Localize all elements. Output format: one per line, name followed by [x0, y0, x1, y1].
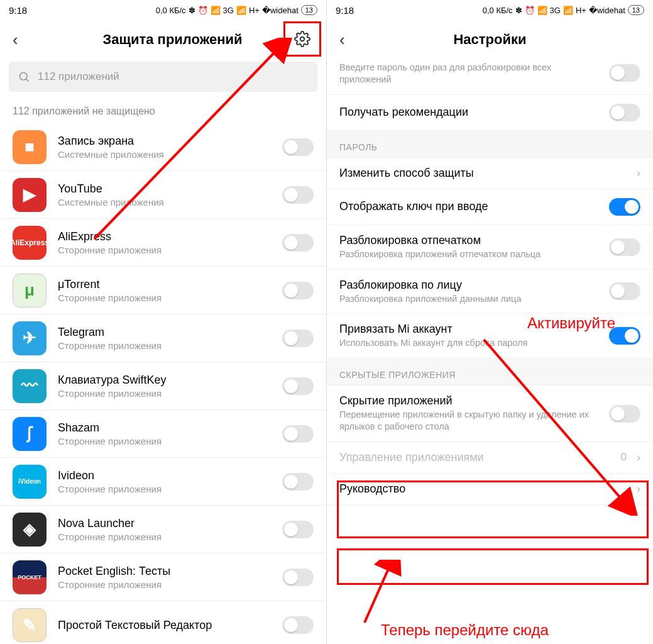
- toggle[interactable]: [609, 282, 640, 300]
- app-icon: ✈: [13, 321, 47, 355]
- back-button[interactable]: ‹: [339, 30, 358, 50]
- signal2-icon: 📶: [236, 6, 246, 15]
- app-info: Простой Текстовый Редактор: [58, 619, 282, 632]
- app-icon: 〰: [13, 369, 47, 403]
- app-row[interactable]: ✈ Telegram Сторонние приложения: [0, 314, 326, 362]
- app-row[interactable]: ▶ YouTube Системные приложения: [0, 171, 326, 219]
- alarm-icon: ⏰: [525, 6, 535, 15]
- battery-icon: 13: [628, 5, 644, 15]
- app-name: μTorrent: [58, 278, 282, 291]
- gear-icon[interactable]: [294, 31, 310, 47]
- dnd-icon: ✽: [189, 6, 195, 15]
- svg-point-1: [19, 72, 27, 80]
- app-name: Клавиатура SwiftKey: [58, 374, 282, 387]
- app-subtitle: Сторонние приложения: [58, 579, 282, 590]
- toggle[interactable]: [609, 405, 640, 423]
- setting-fingerprint[interactable]: Разблокировка отпечатком Разблокировка п…: [327, 225, 653, 270]
- app-subtitle: Сторонние приложения: [58, 245, 282, 255]
- page-title: Защита приложений: [31, 31, 314, 48]
- app-name: Nova Launcher: [58, 517, 282, 530]
- toggle[interactable]: [609, 104, 640, 121]
- setting-face[interactable]: Разблокировка по лицу Разблокировка прил…: [327, 270, 653, 314]
- app-name: Shazam: [58, 421, 282, 435]
- setting-recommendations[interactable]: Получать рекомендации: [327, 95, 653, 131]
- toggle[interactable]: [282, 425, 314, 443]
- signal2-icon: 📶: [563, 6, 573, 15]
- arrow-to-manage: [352, 560, 402, 629]
- app-icon: AliExpress: [13, 226, 47, 260]
- app-list: ■ Запись экрана Системные приложения ▶ Y…: [0, 123, 326, 644]
- app-row[interactable]: iVideon Ivideon Сторонние приложения: [0, 458, 326, 506]
- setting-guide[interactable]: Руководство ›: [327, 474, 653, 505]
- toggle[interactable]: [609, 327, 640, 345]
- toggle[interactable]: [609, 238, 640, 256]
- toggle[interactable]: [282, 186, 314, 204]
- search-icon: [18, 70, 30, 83]
- status-speed: 0,0 КБ/с: [156, 6, 186, 15]
- toggle[interactable]: [282, 330, 314, 347]
- search-box[interactable]: 112 приложений: [9, 62, 317, 92]
- app-info: AliExpress Сторонние приложения: [58, 230, 282, 255]
- app-name: Pocket English: Тесты: [58, 565, 282, 578]
- back-button[interactable]: ‹: [13, 30, 31, 50]
- app-row[interactable]: ✎ Простой Текстовый Редактор: [0, 601, 326, 644]
- setting-mi-account[interactable]: Привязать Mi аккаунт Использовать Mi акк…: [327, 314, 653, 358]
- app-info: Pocket English: Тесты Сторонние приложен…: [58, 565, 282, 590]
- app-name: Ivideon: [58, 469, 282, 482]
- page-title: Настройки: [358, 31, 622, 48]
- phone-right: 9:18 0,0 КБ/с ✽ ⏰ 📶 3G 📶 H+ �widehat 13 …: [326, 0, 653, 644]
- toggle[interactable]: [282, 569, 314, 586]
- app-row[interactable]: AliExpress AliExpress Сторонние приложен…: [0, 219, 326, 267]
- toggle[interactable]: [282, 282, 314, 299]
- section-password: ПАРОЛЬ: [327, 131, 653, 158]
- manage-count: 0: [621, 451, 627, 464]
- search-placeholder: 112 приложений: [38, 70, 119, 83]
- wifi-icon: �widehat: [589, 6, 625, 15]
- setting-change-method[interactable]: Изменить способ защиты ›: [327, 158, 653, 189]
- chevron-right-icon: ›: [637, 482, 640, 496]
- app-icon: ✎: [13, 608, 47, 642]
- app-row[interactable]: ʃ Shazam Сторонние приложения: [0, 410, 326, 458]
- app-info: Ivideon Сторонние приложения: [58, 469, 282, 494]
- toggle[interactable]: [282, 616, 314, 634]
- app-subtitle: Системные приложения: [58, 149, 282, 160]
- app-row[interactable]: POCKET Pocket English: Тесты Сторонние п…: [0, 553, 326, 601]
- app-name: Telegram: [58, 326, 282, 339]
- app-icon: ʃ: [13, 417, 47, 451]
- app-row[interactable]: ■ Запись экрана Системные приложения: [0, 123, 326, 171]
- apps-unprotected-hint: 112 приложений не защищено: [0, 97, 326, 123]
- app-name: YouTube: [58, 182, 282, 196]
- toggle[interactable]: [609, 198, 640, 216]
- status-bar: 9:18 0,0 КБ/с ✽ ⏰ 📶 3G 📶 H+ �widehat 13: [0, 0, 326, 20]
- toggle[interactable]: [282, 473, 314, 491]
- status-time: 9:18: [9, 5, 27, 16]
- app-info: Клавиатура SwiftKey Сторонние приложения: [58, 374, 282, 399]
- toggle[interactable]: [282, 377, 314, 395]
- app-row[interactable]: ◈ Nova Launcher Сторонние приложения: [0, 506, 326, 553]
- toggle[interactable]: [282, 521, 314, 538]
- setting-show-key[interactable]: Отображать ключ при вводе: [327, 189, 653, 225]
- toggle[interactable]: [282, 234, 314, 252]
- app-icon: ◈: [13, 513, 47, 547]
- setting-group-unlock[interactable]: Введите пароль один раз для разблокировк…: [327, 59, 653, 95]
- app-icon: iVideon: [13, 465, 47, 499]
- header: ‹ Настройки: [327, 20, 653, 59]
- net-hp: H+: [249, 6, 260, 15]
- setting-hide-apps[interactable]: Скрытие приложений Перемещение приложени…: [327, 386, 653, 442]
- app-row[interactable]: μ μTorrent Сторонние приложения: [0, 267, 326, 314]
- app-subtitle: Сторонние приложения: [58, 484, 282, 494]
- app-subtitle: Системные приложения: [58, 197, 282, 208]
- svg-point-0: [300, 37, 305, 42]
- toggle[interactable]: [282, 138, 314, 156]
- toggle[interactable]: [609, 64, 640, 82]
- app-icon: ■: [13, 130, 47, 164]
- app-icon: μ: [13, 274, 47, 308]
- net-3g: 3G: [223, 6, 234, 15]
- setting-manage-apps[interactable]: Управление приложениями 0 ›: [327, 442, 653, 474]
- alarm-icon: ⏰: [198, 6, 208, 15]
- app-name: Запись экрана: [58, 135, 282, 148]
- app-row[interactable]: 〰 Клавиатура SwiftKey Сторонние приложен…: [0, 362, 326, 410]
- chevron-right-icon: ›: [637, 451, 640, 464]
- status-bar: 9:18 0,0 КБ/с ✽ ⏰ 📶 3G 📶 H+ �widehat 13: [327, 0, 653, 20]
- signal-icon: 📶: [211, 6, 221, 15]
